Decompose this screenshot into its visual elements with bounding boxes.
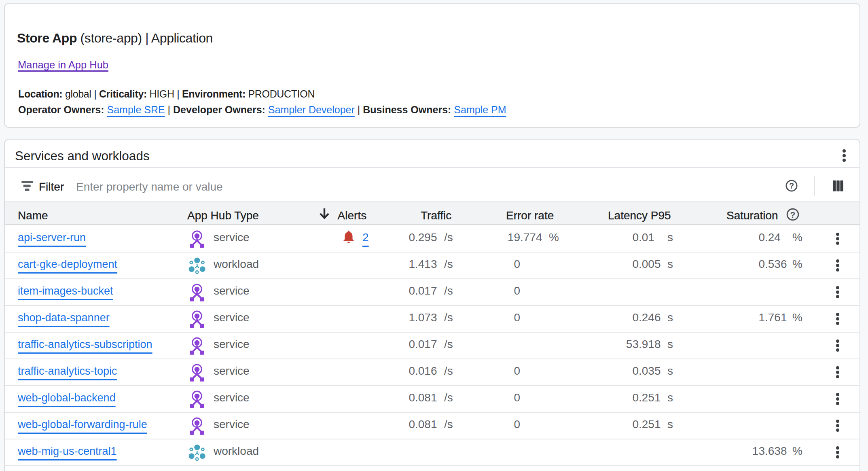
svg-text:?: ?: [789, 181, 794, 190]
svg-text:?: ?: [790, 210, 796, 219]
